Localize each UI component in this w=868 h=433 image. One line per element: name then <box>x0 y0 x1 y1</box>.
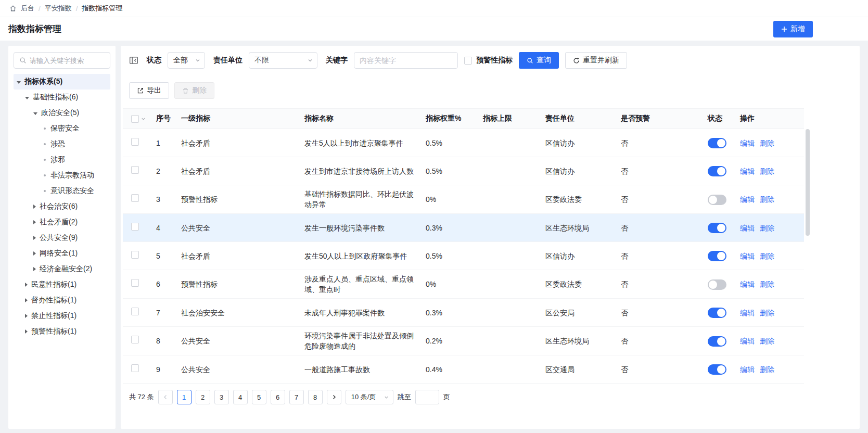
breadcrumb-item[interactable]: 后台 <box>21 4 34 13</box>
status-toggle[interactable] <box>708 308 726 318</box>
page-button[interactable]: 3 <box>214 390 229 404</box>
tree-item[interactable]: 政治安全(5) <box>14 105 110 121</box>
chevron-down-icon[interactable] <box>141 117 146 121</box>
row-checkbox[interactable] <box>131 166 139 174</box>
status-toggle[interactable] <box>708 166 726 176</box>
status-toggle[interactable] <box>708 195 726 205</box>
tree-item[interactable]: 社会治安(6) <box>14 199 110 214</box>
edit-link[interactable]: 编辑 <box>740 337 755 345</box>
plus-icon <box>781 26 787 32</box>
tree-item[interactable]: 预警性指标(1) <box>14 324 110 339</box>
page-button[interactable]: 7 <box>289 390 304 404</box>
status-toggle[interactable] <box>708 251 726 261</box>
edit-link[interactable]: 编辑 <box>740 139 755 147</box>
jump-page-input[interactable] <box>415 390 439 404</box>
status-toggle[interactable] <box>708 336 726 347</box>
tree-item[interactable]: 网络安全(1) <box>14 246 110 261</box>
sidebar-search-input[interactable] <box>30 57 105 65</box>
edit-link[interactable]: 编辑 <box>740 167 755 175</box>
status-toggle[interactable] <box>708 364 726 375</box>
delete-link[interactable]: 删除 <box>760 224 774 232</box>
caret-down-icon[interactable] <box>17 81 21 84</box>
delete-link[interactable]: 删除 <box>760 139 774 147</box>
delete-link[interactable]: 删除 <box>760 309 774 317</box>
tree-item[interactable]: 意识形态安全 <box>14 183 110 199</box>
row-checkbox[interactable] <box>131 138 139 146</box>
caret-right-icon[interactable] <box>33 251 36 256</box>
status-toggle[interactable] <box>708 223 726 233</box>
page-button[interactable]: 6 <box>271 390 285 404</box>
caret-right-icon[interactable] <box>25 329 28 334</box>
caret-right-icon[interactable] <box>25 283 28 287</box>
keyword-input[interactable] <box>354 52 458 69</box>
caret-right-icon[interactable] <box>33 236 36 240</box>
delete-link[interactable]: 删除 <box>760 365 774 374</box>
edit-link[interactable]: 编辑 <box>740 224 755 232</box>
tree-item[interactable]: 民意性指标(1) <box>14 277 110 292</box>
caret-down-icon[interactable] <box>25 97 29 99</box>
warning-checkbox[interactable] <box>464 57 472 65</box>
search-button[interactable]: 查询 <box>519 52 559 69</box>
tree-item[interactable]: 经济金融安全(2) <box>14 261 110 277</box>
caret-right-icon[interactable] <box>25 314 28 318</box>
collapse-panel-icon[interactable] <box>129 56 138 65</box>
tree-item[interactable]: 公共安全(9) <box>14 230 110 246</box>
page-button[interactable]: 8 <box>308 390 323 404</box>
prev-page-button[interactable] <box>158 390 173 404</box>
table-row: 5社会矛盾发生50人以上到区政府聚集事件0.5%区信访办否编辑删除 <box>123 242 804 270</box>
caret-right-icon[interactable] <box>33 267 36 271</box>
tree-item[interactable]: 非法宗教活动 <box>14 168 110 183</box>
add-button[interactable]: 新增 <box>773 21 813 37</box>
delete-link[interactable]: 删除 <box>760 167 774 175</box>
reset-refresh-button[interactable]: 重置并刷新 <box>565 52 627 69</box>
warning-filter[interactable]: 预警性指标 <box>464 56 513 65</box>
table-scrollbar[interactable] <box>806 129 810 236</box>
caret-right-icon[interactable] <box>25 298 28 302</box>
page-size-select[interactable]: 10 条/页 <box>346 390 393 404</box>
next-page-button[interactable] <box>327 390 341 404</box>
delete-button[interactable]: 删除 <box>174 82 214 99</box>
select-all-checkbox[interactable] <box>131 115 139 123</box>
caret-down-icon[interactable] <box>33 112 37 115</box>
tree-item-label: 政治安全(5) <box>41 108 79 118</box>
tree-item[interactable]: 指标体系(5) <box>14 74 110 90</box>
sidebar-search[interactable] <box>14 52 110 69</box>
page-button[interactable]: 1 <box>177 390 192 404</box>
tree-item[interactable]: 基础性指标(6) <box>14 90 110 105</box>
unit-select[interactable]: 不限 <box>249 52 317 69</box>
edit-link[interactable]: 编辑 <box>740 195 755 203</box>
caret-right-icon[interactable] <box>33 205 36 209</box>
delete-link[interactable]: 删除 <box>760 280 774 288</box>
edit-link[interactable]: 编辑 <box>740 309 755 317</box>
edit-link[interactable]: 编辑 <box>740 280 755 288</box>
page-button[interactable]: 5 <box>252 390 266 404</box>
edit-link[interactable]: 编辑 <box>740 365 755 374</box>
home-icon[interactable] <box>9 5 17 12</box>
tree-item[interactable]: 督办性指标(1) <box>14 292 110 308</box>
tree-item[interactable]: 涉恐 <box>14 136 110 152</box>
row-checkbox[interactable] <box>131 308 139 315</box>
status-select[interactable]: 全部 <box>168 52 205 69</box>
row-checkbox[interactable] <box>131 194 139 202</box>
row-checkbox[interactable] <box>131 364 139 372</box>
breadcrumb-item[interactable]: 平安指数 <box>45 4 72 13</box>
delete-link[interactable]: 删除 <box>760 337 774 345</box>
status-toggle[interactable] <box>708 279 726 290</box>
row-checkbox[interactable] <box>131 223 139 231</box>
status-toggle[interactable] <box>708 138 726 148</box>
row-checkbox[interactable] <box>131 251 139 259</box>
edit-link[interactable]: 编辑 <box>740 252 755 260</box>
tree-item[interactable]: 社会矛盾(2) <box>14 214 110 230</box>
tree-item[interactable]: 保密安全 <box>14 121 110 136</box>
caret-right-icon[interactable] <box>33 220 36 224</box>
tree-item[interactable]: 禁止性指标(1) <box>14 308 110 324</box>
row-checkbox[interactable] <box>131 279 139 287</box>
export-button[interactable]: 导出 <box>129 82 169 99</box>
delete-link[interactable]: 删除 <box>760 195 774 203</box>
row-checkbox[interactable] <box>131 336 139 343</box>
page-button[interactable]: 4 <box>233 390 248 404</box>
page-button[interactable]: 2 <box>196 390 210 404</box>
breadcrumb-item[interactable]: 指数指标管理 <box>82 4 122 13</box>
delete-link[interactable]: 删除 <box>760 252 774 260</box>
tree-item[interactable]: 涉邪 <box>14 152 110 168</box>
